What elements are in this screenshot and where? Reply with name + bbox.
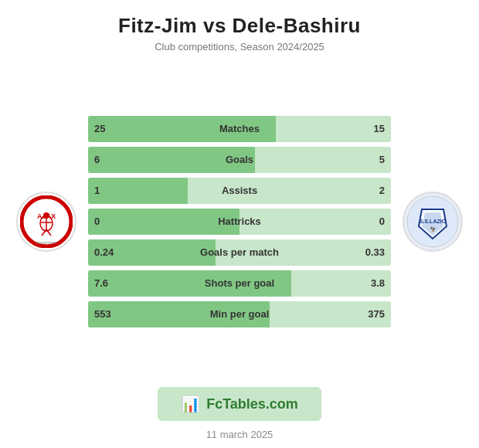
stat-row: Matches2515 (88, 116, 391, 142)
stat-row: Hattricks00 (88, 209, 391, 235)
svg-text:S.S.LAZIO: S.S.LAZIO (420, 219, 447, 224)
stat-val-right: 5 (379, 154, 385, 165)
stat-val-right: 0 (379, 216, 385, 227)
page-title: Fitz-Jim vs Dele-Bashiru (15, 14, 464, 38)
fctables-icon: 📊 (181, 395, 200, 413)
svg-point-4 (43, 212, 49, 219)
stat-val-right: 375 (368, 308, 385, 320)
stat-val-right: 0.33 (365, 246, 385, 258)
stat-row: Goals65 (88, 147, 391, 173)
stat-val-left: 0.24 (94, 246, 114, 258)
fctables-text: FcTables.com (206, 396, 298, 412)
stat-label: Goals per match (200, 246, 279, 258)
stat-val-right: 3.8 (371, 277, 385, 289)
stat-val-left: 1 (94, 185, 100, 196)
footer-date: 11 march 2025 (206, 424, 273, 448)
logo-right: S.S.LAZIO 🦅 (394, 192, 471, 252)
stat-row: Min per goal553375 (88, 301, 391, 328)
stat-val-left: 553 (94, 308, 111, 320)
stat-label: Matches (219, 123, 260, 134)
stat-label: Goals (226, 154, 253, 165)
stat-row: Goals per match0.240.33 (88, 239, 391, 266)
lazio-logo: S.S.LAZIO 🦅 (403, 192, 463, 252)
main-content: AJAX Amsterdam Matches2515Goals65Assists… (0, 62, 479, 381)
stat-label: Min per goal (210, 308, 270, 320)
stat-val-left: 7.6 (94, 277, 108, 289)
ajax-logo: AJAX Amsterdam (16, 192, 76, 252)
stat-label: Shots per goal (205, 277, 274, 289)
stat-row: Assists12 (88, 178, 391, 204)
stats-area: Matches2515Goals65Assists12Hattricks00Go… (85, 116, 394, 328)
stat-val-left: 6 (94, 154, 100, 165)
stat-val-right: 2 (379, 185, 385, 196)
fctables-banner: 📊 FcTables.com (158, 387, 321, 421)
stat-val-right: 15 (374, 123, 385, 134)
header: Fitz-Jim vs Dele-Bashiru Club competitio… (0, 0, 479, 57)
logo-left: AJAX Amsterdam (8, 192, 85, 252)
svg-text:🦅: 🦅 (430, 226, 437, 232)
stat-label: Hattricks (218, 216, 261, 227)
stat-label: Assists (222, 185, 257, 196)
stat-val-left: 0 (94, 216, 100, 227)
stat-row: Shots per goal7.63.8 (88, 270, 391, 297)
stat-val-left: 25 (94, 123, 105, 134)
subtitle: Club competitions, Season 2024/2025 (15, 41, 464, 53)
svg-text:Amsterdam: Amsterdam (36, 240, 56, 245)
